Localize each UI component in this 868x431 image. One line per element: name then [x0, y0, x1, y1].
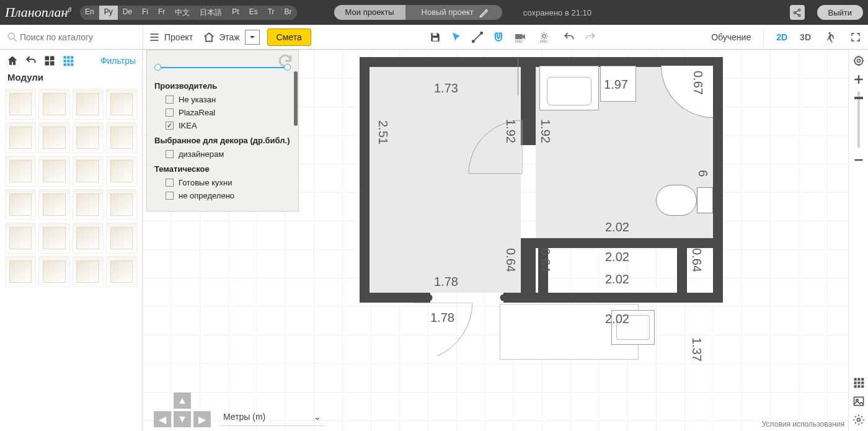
pencil-icon[interactable] [479, 6, 491, 19]
lang-日本語[interactable]: 日本語 [195, 6, 227, 20]
pointer-icon[interactable] [450, 31, 463, 43]
catalog-thumb[interactable] [5, 89, 36, 120]
wall[interactable] [521, 238, 536, 300]
lang-Br[interactable]: Br [280, 6, 297, 20]
grid-toggle-icon[interactable] [852, 376, 865, 389]
filter-row[interactable]: PlazaReal [154, 106, 291, 119]
filter-row[interactable]: дизайнерам [154, 148, 291, 161]
redo-icon[interactable] [584, 31, 596, 43]
catalog-thumb[interactable] [106, 156, 137, 187]
pan-right[interactable]: ▶ [193, 411, 211, 427]
catalog-thumb[interactable] [5, 223, 36, 254]
checkbox[interactable] [166, 179, 174, 187]
catalog-thumb[interactable] [106, 189, 137, 220]
checkbox[interactable] [166, 192, 174, 200]
lang-中文[interactable]: 中文 [170, 6, 195, 20]
catalog-thumb[interactable] [73, 156, 104, 187]
light-pro-icon[interactable]: PRO [538, 31, 554, 43]
catalog-thumb[interactable] [73, 189, 104, 220]
catalog-thumb[interactable] [106, 122, 137, 153]
checkbox[interactable] [166, 96, 174, 104]
catalog-thumb[interactable] [106, 223, 137, 254]
door[interactable] [481, 58, 518, 96]
crumb-my-projects[interactable]: Мои проекты [334, 5, 405, 20]
pan-down[interactable]: ▼ [174, 411, 191, 427]
floor-dropdown[interactable] [245, 30, 260, 45]
fullscreen-icon[interactable] [843, 25, 868, 50]
back-icon[interactable] [25, 55, 37, 67]
filter-scrollbar[interactable] [294, 71, 298, 207]
training-link[interactable]: Обучение [711, 32, 751, 42]
filter-slider[interactable] [154, 61, 291, 74]
home-icon[interactable] [6, 55, 19, 67]
catalog-thumb[interactable] [73, 256, 104, 287]
lang-Ру[interactable]: Ру [99, 6, 118, 20]
undo-icon[interactable] [563, 31, 575, 43]
units-select[interactable]: Метры (m) ⌄ [219, 407, 325, 426]
toilet[interactable] [656, 185, 713, 216]
lang-Es[interactable]: Es [244, 6, 263, 20]
view-3d[interactable]: 3D [800, 32, 811, 42]
filter-row[interactable]: Готовые кухни [154, 176, 291, 189]
save-icon[interactable] [429, 31, 441, 43]
pan-left[interactable]: ◀ [154, 411, 171, 427]
filter-row[interactable]: Не указан [154, 93, 291, 106]
catalog-thumb[interactable] [73, 122, 104, 153]
settings-icon[interactable] [852, 414, 865, 426]
zoom-slider[interactable] [857, 92, 860, 148]
wall[interactable] [503, 293, 723, 303]
lang-Pt[interactable]: Pt [227, 6, 244, 20]
catalog-thumb[interactable] [38, 156, 69, 187]
catalog-thumb[interactable] [106, 89, 137, 120]
filter-row[interactable]: не определено [154, 189, 291, 202]
catalog-thumb[interactable] [38, 122, 69, 153]
image-icon[interactable] [852, 395, 865, 407]
wall[interactable] [360, 57, 370, 303]
logout-button[interactable]: Выйти [817, 5, 864, 20]
filter-row[interactable]: IKEA [154, 119, 291, 132]
lang-Tr[interactable]: Tr [263, 6, 280, 20]
catalog-thumb[interactable] [38, 223, 69, 254]
catalog-thumb[interactable] [73, 89, 104, 120]
catalog-thumb[interactable] [38, 89, 69, 120]
grid-large-icon[interactable] [43, 55, 56, 67]
estimate-button[interactable]: Смета [267, 29, 311, 46]
lang-En[interactable]: En [80, 6, 99, 20]
crumb-current[interactable]: Новый проект [405, 5, 502, 20]
line-tool-icon[interactable] [471, 31, 484, 43]
room-1[interactable] [370, 66, 521, 293]
lang-Fr[interactable]: Fr [153, 6, 170, 20]
catalog-thumb[interactable] [5, 156, 36, 187]
wall[interactable] [677, 238, 687, 300]
catalog-thumb[interactable] [73, 223, 104, 254]
wall[interactable] [536, 238, 722, 248]
catalog-thumb[interactable] [5, 256, 36, 287]
wall[interactable] [360, 293, 430, 303]
lang-Fi[interactable]: Fi [137, 6, 153, 20]
zoom-out-icon[interactable] [852, 154, 865, 166]
zoom-in-icon[interactable] [852, 73, 865, 86]
filters-link[interactable]: Фильтры [100, 56, 136, 66]
camera-pro-icon[interactable]: PRO [513, 31, 529, 43]
magnet-icon[interactable] [492, 31, 505, 43]
terms-link[interactable]: Условия использования [762, 420, 844, 429]
checkbox[interactable] [166, 150, 174, 158]
catalog-thumb[interactable] [106, 256, 137, 287]
catalog-thumb[interactable] [5, 189, 36, 220]
wall[interactable] [713, 57, 723, 303]
catalog-thumb[interactable] [5, 122, 36, 153]
catalog-thumb[interactable] [38, 189, 69, 220]
project-menu[interactable]: Проект [143, 25, 198, 50]
share-button[interactable] [790, 5, 805, 20]
walk-icon[interactable] [823, 31, 836, 43]
checkbox[interactable] [166, 109, 174, 117]
lang-De[interactable]: De [118, 6, 137, 20]
view-2d[interactable]: 2D [776, 32, 787, 42]
catalog-thumb[interactable] [38, 256, 69, 287]
grid-small-icon[interactable] [62, 55, 74, 67]
search-input[interactable] [19, 32, 136, 43]
checkbox[interactable] [166, 122, 174, 130]
target-icon[interactable] [852, 55, 865, 67]
floor-menu[interactable]: Этаж [198, 25, 244, 50]
floor-plan[interactable]: 1.73 1.97 0.67 2.51 1.92 1.92 6 2.02 0.6… [360, 52, 723, 368]
